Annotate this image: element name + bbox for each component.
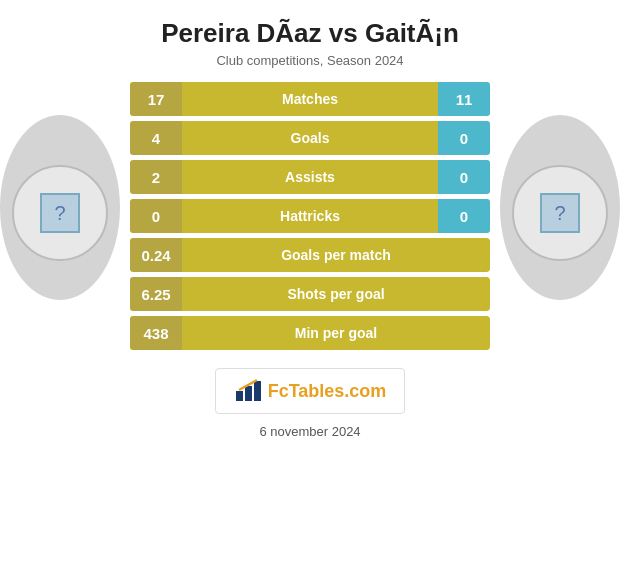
table-row: 6.25 Shots per goal: [130, 277, 490, 311]
stat-left-value: 17: [130, 82, 182, 116]
stat-left-value: 438: [130, 316, 182, 350]
stat-label: Shots per goal: [182, 277, 490, 311]
fctables-icon: [234, 377, 262, 405]
stat-label: Hattricks: [182, 199, 438, 233]
stat-left-value: 0: [130, 199, 182, 233]
player-left-image: ?: [40, 193, 80, 233]
stat-left-value: 2: [130, 160, 182, 194]
stat-label: Goals per match: [182, 238, 490, 272]
player-left-avatar: ?: [12, 165, 108, 261]
stat-right-value: 0: [438, 160, 490, 194]
logo-text: FcTables.com: [268, 381, 387, 402]
stat-right-value: 0: [438, 199, 490, 233]
table-row: 0 Hattricks 0: [130, 199, 490, 233]
player-right-image: ?: [540, 193, 580, 233]
stat-label: Min per goal: [182, 316, 490, 350]
page-subtitle: Club competitions, Season 2024: [216, 53, 403, 68]
svg-rect-0: [236, 391, 243, 401]
stat-left-value: 4: [130, 121, 182, 155]
stat-left-value: 0.24: [130, 238, 182, 272]
stat-label: Matches: [182, 82, 438, 116]
table-row: 2 Assists 0: [130, 160, 490, 194]
stat-label: Assists: [182, 160, 438, 194]
stats-table: 17 Matches 11 4 Goals 0 2 Assists 0 0 Ha…: [130, 82, 490, 350]
table-row: 17 Matches 11: [130, 82, 490, 116]
page-title: Pereira DÃaz vs GaitÃ¡n: [161, 18, 459, 49]
svg-rect-1: [245, 386, 252, 401]
logo-tables: Tables.com: [289, 381, 387, 401]
player-right-avatar: ?: [512, 165, 608, 261]
table-row: 4 Goals 0: [130, 121, 490, 155]
stat-right-value: 0: [438, 121, 490, 155]
table-row: 438 Min per goal: [130, 316, 490, 350]
logo-fc: Fc: [268, 381, 289, 401]
stat-right-value: 11: [438, 82, 490, 116]
stat-label: Goals: [182, 121, 438, 155]
stat-left-value: 6.25: [130, 277, 182, 311]
date-label: 6 november 2024: [259, 424, 360, 439]
logo-container: FcTables.com: [215, 368, 406, 414]
table-row: 0.24 Goals per match: [130, 238, 490, 272]
svg-rect-2: [254, 381, 261, 401]
